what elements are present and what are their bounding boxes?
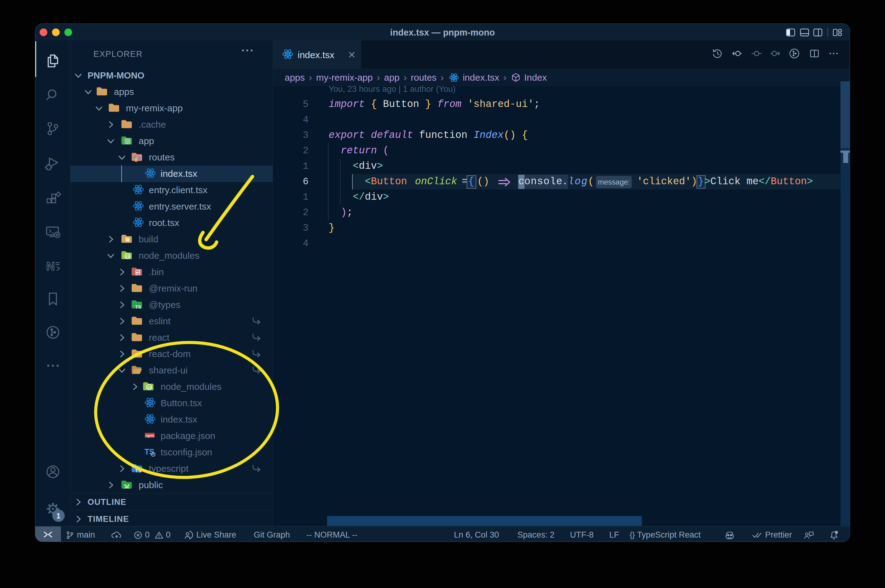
svg-text:JS: JS: [147, 386, 151, 389]
svg-text:JS: JS: [125, 254, 129, 258]
svg-text:N: N: [47, 260, 55, 273]
svg-text:TS: TS: [135, 304, 141, 309]
svg-text:10: 10: [136, 273, 140, 276]
svg-text:TS: TS: [135, 468, 141, 473]
svg-text:npm: npm: [146, 433, 154, 438]
